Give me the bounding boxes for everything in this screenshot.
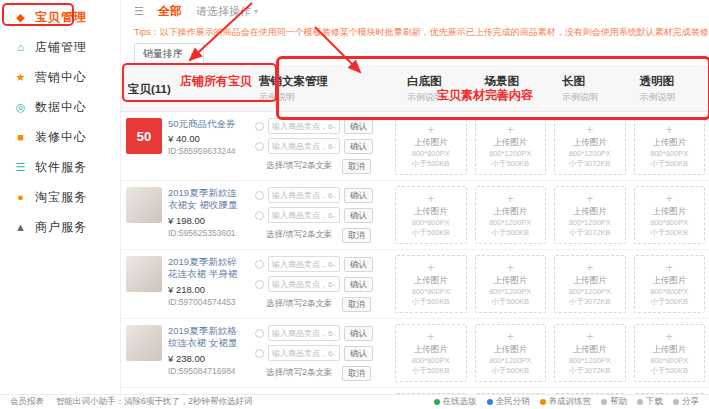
confirm-button[interactable]: 确认 xyxy=(344,277,373,292)
sort-dropdown[interactable]: 销量排序 ▾ xyxy=(134,43,204,65)
sellpoint-radio[interactable] xyxy=(255,142,264,151)
sellpoint-input[interactable] xyxy=(268,138,340,154)
copy-select-link[interactable]: 选择/填写2条文案 xyxy=(266,229,338,241)
status-item[interactable]: 养成训练营 xyxy=(540,396,592,408)
upload-size: 800*800PX xyxy=(412,287,450,296)
upload-box[interactable]: + 上传图片 800*1200PX 小于500KB xyxy=(475,186,547,244)
sellpoint-radio[interactable] xyxy=(255,260,264,269)
sellpoint-radio[interactable] xyxy=(255,329,264,338)
sidebar-item[interactable]: ■ 装修中心 xyxy=(0,122,120,152)
sellpoint-input[interactable] xyxy=(268,345,340,361)
product-title-link[interactable]: 50元商品代金券 xyxy=(168,118,236,130)
confirm-button[interactable]: 确认 xyxy=(344,208,373,223)
copy-select-link[interactable]: 选择/填写2条文案 xyxy=(266,298,338,310)
sellpoint-radio[interactable] xyxy=(255,211,264,220)
confirm-button[interactable]: 确认 xyxy=(344,346,373,361)
sellpoint-radio[interactable] xyxy=(255,349,264,358)
plus-icon: + xyxy=(507,331,514,343)
sidebar-item[interactable]: ★ 营销中心 xyxy=(0,62,120,92)
column-example-link[interactable]: 示例说明 xyxy=(407,91,469,104)
copy-select-line: 选择/填写2条文案 取消 xyxy=(255,365,387,381)
merchant-icon: ▲ xyxy=(14,222,27,233)
cancel-button[interactable]: 取消 xyxy=(342,366,371,381)
sidebar-item[interactable]: ☰ 软件服务 xyxy=(0,152,120,182)
confirm-button[interactable]: 确认 xyxy=(344,119,373,134)
upload-box[interactable]: + 上传图片 800*1200PX 小于3072KB xyxy=(554,324,626,382)
sidebar-item[interactable]: ◎ 数据中心 xyxy=(0,92,120,122)
upload-box[interactable]: + 上传图片 800*800PX 小于500KB xyxy=(395,117,467,175)
upload-label: 上传图片 xyxy=(652,206,686,218)
column-example-link[interactable]: 示例说明 xyxy=(562,91,624,104)
upload-limit: 小于500KB xyxy=(412,297,450,306)
status-text: 会员报表 xyxy=(10,396,44,408)
upload-box[interactable]: + 上传图片 800*1200PX 小于500KB xyxy=(475,324,547,382)
status-dot-icon xyxy=(434,399,440,405)
upload-box[interactable]: + 上传图片 800*800PX 小于500KB xyxy=(634,117,706,175)
upload-label: 上传图片 xyxy=(652,344,686,356)
sellpoint-input[interactable] xyxy=(268,187,340,203)
action-select-dropdown[interactable]: 请选择操作 ▾ xyxy=(196,4,258,19)
sidebar-item-label: 装修中心 xyxy=(35,129,87,146)
sellpoint-input[interactable] xyxy=(268,118,340,134)
upload-box[interactable]: + 上传图片 800*800PX 小于500KB xyxy=(395,186,467,244)
cancel-button[interactable]: 取消 xyxy=(342,228,371,243)
copy-select-link[interactable]: 选择/填写2条文案 xyxy=(266,160,338,172)
column-example-link[interactable]: 示例说明 xyxy=(640,91,702,104)
product-info: 50元商品代金券 ¥ 40.00 ID:585959633244 xyxy=(168,118,236,174)
sidebar-item[interactable]: ▲ 商户服务 xyxy=(0,212,120,242)
status-item[interactable]: 全民分销 xyxy=(487,396,530,408)
upload-box[interactable]: + 上传图片 800*800PX 小于500KB xyxy=(395,255,467,313)
upload-box[interactable]: + 上传图片 800*800PX 小于500KB xyxy=(634,255,706,313)
sellpoint-input[interactable] xyxy=(268,276,340,292)
sidebar-item[interactable]: ◆ 宝贝管理 xyxy=(0,2,120,32)
sidebar-item[interactable]: ● 淘宝服务 xyxy=(0,182,120,212)
upload-box[interactable]: + 上传图片 800*1200PX 小于3072KB xyxy=(554,186,626,244)
upload-box[interactable]: + 上传图片 800*1200PX 小于500KB xyxy=(475,255,547,313)
sellpoint-radio[interactable] xyxy=(255,280,264,289)
sidebar-item-label: 数据中心 xyxy=(35,99,87,116)
plus-icon: + xyxy=(666,193,673,205)
status-right: 在线选版全民分销养成训练营帮助下载分享 xyxy=(434,396,700,408)
confirm-button[interactable]: 确认 xyxy=(344,139,373,154)
product-cell: 50 50元商品代金券 ¥ 40.00 ID:585959633244 xyxy=(120,112,247,180)
cancel-button[interactable]: 取消 xyxy=(342,297,371,312)
plus-icon: + xyxy=(586,193,593,205)
sidebar-item-label: 营销中心 xyxy=(35,69,87,86)
sellpoint-line: 确认 xyxy=(255,345,387,361)
upload-box[interactable]: + 上传图片 800*800PX 小于500KB xyxy=(634,186,706,244)
confirm-button[interactable]: 确认 xyxy=(344,188,373,203)
status-bar: 会员报表智能出词小助手：清除6项干扰了，2秒钟帮你选好词 在线选版全民分销养成训… xyxy=(0,394,709,409)
product-title-link[interactable]: 2019夏季新款碎花连衣裙 半身裙女长款气质显瘦 xyxy=(168,256,241,281)
status-item[interactable]: 帮助 xyxy=(601,396,627,408)
sellpoint-input[interactable] xyxy=(268,256,340,272)
product-title-link[interactable]: 2019夏季新款格纹连衣裙 女裙显瘦气质风衣韩版 xyxy=(168,325,241,350)
product-title-link[interactable]: 2019夏季新款连衣裙女 裙收腰显瘦气质中长款 xyxy=(168,187,241,212)
sidebar-item[interactable]: ⌂ 店铺管理 xyxy=(0,32,120,62)
column-example-link[interactable]: 示例说明 xyxy=(259,91,391,104)
confirm-button[interactable]: 确认 xyxy=(344,326,373,341)
status-item[interactable]: 分享 xyxy=(673,396,699,408)
sidebar-item-label: 淘宝服务 xyxy=(35,189,87,206)
confirm-button[interactable]: 确认 xyxy=(344,257,373,272)
plus-icon: + xyxy=(586,262,593,274)
upload-size: 800*1200PX xyxy=(569,149,611,158)
plus-icon: + xyxy=(666,124,673,136)
tab-all[interactable]: 全部 xyxy=(158,3,182,20)
product-table: 宝贝(11) 营销文案管理 示例说明 白底图 示例说明 场景图 示例说明 长图 … xyxy=(120,66,709,395)
column-example-link[interactable]: 示例说明 xyxy=(485,91,547,104)
menu-icon[interactable]: ☰ xyxy=(134,5,144,18)
sellpoint-input[interactable] xyxy=(268,207,340,223)
upload-box[interactable]: + 上传图片 800*1200PX 小于3072KB xyxy=(554,117,626,175)
status-item[interactable]: 下载 xyxy=(637,396,663,408)
cancel-button[interactable]: 取消 xyxy=(342,159,371,174)
copy-select-line: 选择/填写2条文案 取消 xyxy=(255,296,387,312)
upload-box[interactable]: + 上传图片 800*1200PX 小于500KB xyxy=(475,117,547,175)
sellpoint-radio[interactable] xyxy=(255,122,264,131)
copy-select-link[interactable]: 选择/填写2条文案 xyxy=(266,367,338,379)
sellpoint-input[interactable] xyxy=(268,325,340,341)
upload-box[interactable]: + 上传图片 800*800PX 小于500KB xyxy=(395,324,467,382)
status-item[interactable]: 在线选版 xyxy=(434,396,477,408)
upload-box[interactable]: + 上传图片 800*800PX 小于500KB xyxy=(634,324,706,382)
upload-box[interactable]: + 上传图片 800*1200PX 小于3072KB xyxy=(554,255,626,313)
sellpoint-radio[interactable] xyxy=(255,191,264,200)
